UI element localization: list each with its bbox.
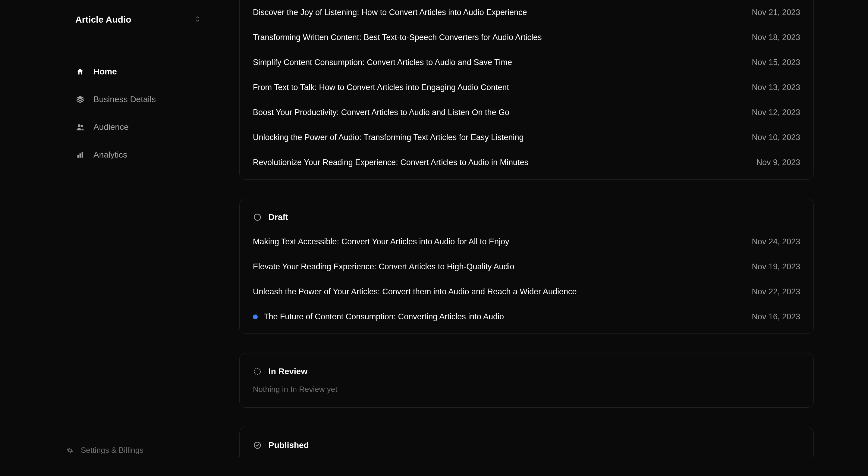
sidebar-item-label: Business Details bbox=[93, 95, 156, 104]
article-title: Making Text Accessible: Convert Your Art… bbox=[253, 237, 509, 247]
article-date: Nov 19, 2023 bbox=[752, 262, 800, 272]
sidebar-item-label: Home bbox=[93, 67, 117, 76]
svg-point-0 bbox=[78, 124, 81, 127]
home-icon bbox=[75, 67, 85, 76]
list-item[interactable]: Revolutionize Your Reading Experience: C… bbox=[240, 150, 813, 179]
article-title: From Text to Talk: How to Convert Articl… bbox=[253, 83, 509, 92]
in-review-section: In Review Nothing in In Review yet bbox=[239, 353, 814, 408]
settings-billings-link[interactable]: Settings & Billings bbox=[0, 437, 220, 464]
app-root: Article Audio Home Business Details bbox=[0, 0, 868, 476]
published-section: Published bbox=[239, 427, 814, 457]
article-date: Nov 21, 2023 bbox=[752, 8, 800, 17]
sort-icon[interactable] bbox=[194, 15, 202, 24]
app-title: Article Audio bbox=[75, 14, 131, 25]
svg-point-5 bbox=[254, 214, 261, 221]
list-item[interactable]: Elevate Your Reading Experience: Convert… bbox=[240, 254, 813, 279]
article-date: Nov 15, 2023 bbox=[752, 58, 800, 67]
article-title: Transforming Written Content: Best Text-… bbox=[253, 33, 541, 42]
article-title: Revolutionize Your Reading Experience: C… bbox=[253, 158, 528, 167]
article-title: Simplify Content Consumption: Convert Ar… bbox=[253, 58, 512, 67]
draft-section-header: Draft bbox=[240, 199, 813, 229]
article-date: Nov 22, 2023 bbox=[752, 287, 800, 296]
sidebar-item-audience[interactable]: Audience bbox=[0, 113, 220, 141]
sidebar-header: Article Audio bbox=[0, 14, 220, 25]
gear-icon bbox=[66, 447, 73, 454]
article-date: Nov 18, 2023 bbox=[752, 33, 800, 42]
circle-icon bbox=[253, 213, 262, 222]
article-date: Nov 13, 2023 bbox=[752, 83, 800, 92]
list-item[interactable]: Discover the Joy of Listening: How to Co… bbox=[240, 0, 813, 25]
list-item[interactable]: Unleash the Power of Your Articles: Conv… bbox=[240, 279, 813, 304]
article-title: The Future of Content Consumption: Conve… bbox=[253, 312, 504, 321]
list-item[interactable]: Unlocking the Power of Audio: Transformi… bbox=[240, 125, 813, 150]
list-item[interactable]: The Future of Content Consumption: Conve… bbox=[240, 304, 813, 334]
article-title: Boost Your Productivity: Convert Article… bbox=[253, 108, 509, 117]
svg-point-1 bbox=[81, 125, 83, 127]
article-title: Discover the Joy of Listening: How to Co… bbox=[253, 8, 527, 17]
svg-point-6 bbox=[254, 369, 261, 375]
section-title: Published bbox=[269, 440, 309, 450]
section-title: In Review bbox=[269, 367, 307, 376]
article-date: Nov 12, 2023 bbox=[752, 108, 800, 117]
article-title: Elevate Your Reading Experience: Convert… bbox=[253, 262, 515, 272]
list-item[interactable]: Simplify Content Consumption: Convert Ar… bbox=[240, 50, 813, 75]
in-review-section-header: In Review bbox=[240, 353, 813, 383]
svg-point-7 bbox=[254, 442, 261, 449]
status-dot-icon bbox=[253, 315, 258, 319]
section-title: Draft bbox=[269, 212, 288, 222]
settings-billings-label: Settings & Billings bbox=[81, 446, 144, 455]
in-review-empty-text: Nothing in In Review yet bbox=[240, 383, 813, 407]
article-date: Nov 10, 2023 bbox=[752, 133, 800, 142]
article-title: Unlocking the Power of Audio: Transformi… bbox=[253, 133, 524, 142]
users-icon bbox=[75, 122, 85, 132]
sidebar-nav: Home Business Details Audience Analytics bbox=[0, 58, 220, 437]
article-title-text: The Future of Content Consumption: Conve… bbox=[264, 312, 504, 321]
sidebar: Article Audio Home Business Details bbox=[0, 0, 220, 476]
svg-rect-3 bbox=[80, 153, 81, 158]
list-item[interactable]: Making Text Accessible: Convert Your Art… bbox=[240, 229, 813, 254]
sidebar-item-analytics[interactable]: Analytics bbox=[0, 141, 220, 169]
draft-section: Draft Making Text Accessible: Convert Yo… bbox=[239, 199, 814, 334]
chart-icon bbox=[75, 150, 85, 160]
check-circle-icon bbox=[253, 441, 262, 450]
published-section-header: Published bbox=[240, 427, 813, 457]
sidebar-item-business-details[interactable]: Business Details bbox=[0, 86, 220, 113]
article-title: Unleash the Power of Your Articles: Conv… bbox=[253, 287, 577, 296]
list-item[interactable]: Transforming Written Content: Best Text-… bbox=[240, 25, 813, 50]
article-date: Nov 16, 2023 bbox=[752, 312, 800, 321]
sidebar-item-label: Audience bbox=[93, 122, 129, 132]
sidebar-item-home[interactable]: Home bbox=[0, 58, 220, 86]
svg-rect-2 bbox=[78, 155, 79, 158]
article-date: Nov 24, 2023 bbox=[752, 237, 800, 247]
sidebar-item-label: Analytics bbox=[93, 150, 127, 160]
article-list-section: Discover the Joy of Listening: How to Co… bbox=[239, 0, 814, 180]
svg-rect-4 bbox=[82, 152, 83, 158]
list-item[interactable]: From Text to Talk: How to Convert Articl… bbox=[240, 75, 813, 100]
list-item[interactable]: Boost Your Productivity: Convert Article… bbox=[240, 100, 813, 125]
main-content: Discover the Joy of Listening: How to Co… bbox=[220, 0, 868, 476]
layers-icon bbox=[75, 95, 85, 104]
article-date: Nov 9, 2023 bbox=[756, 158, 800, 167]
dashed-circle-icon bbox=[253, 367, 262, 376]
